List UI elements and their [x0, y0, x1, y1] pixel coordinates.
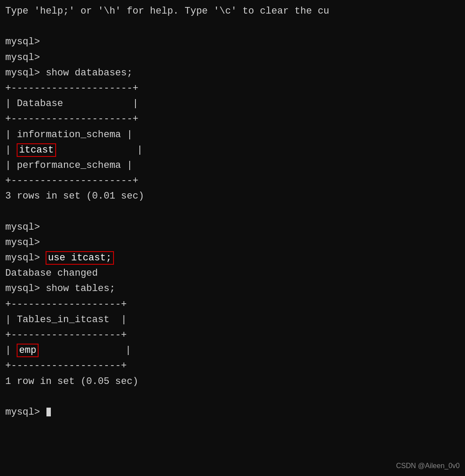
row-information-schema: | information_schema | — [5, 127, 460, 142]
table-border-top: +---------------------+ — [5, 81, 460, 96]
show-tables-cmd: mysql> show tables; — [5, 281, 460, 296]
mysql-prompt-final: mysql> — [5, 405, 460, 420]
blank-line-3 — [5, 389, 460, 405]
row-itcast: | itcast | — [5, 142, 460, 158]
table-header-border: +---------------------+ — [5, 111, 460, 127]
header-line: Type 'help;' or '\h' for help. Type '\c'… — [5, 4, 460, 19]
row-count: 1 row in set (0.05 sec) — [5, 374, 460, 389]
terminal-container: Type 'help;' or '\h' for help. Type '\c'… — [5, 4, 460, 420]
mysql-prompt-1: mysql> — [5, 34, 460, 50]
row-emp: | emp | — [5, 343, 460, 358]
tables-header: | Tables_in_itcast | — [5, 312, 460, 327]
tables-header-border: +-------------------+ — [5, 327, 460, 343]
use-itcast-cmd: mysql> use itcast; — [5, 250, 460, 266]
emp-highlight: emp — [17, 344, 39, 357]
mysql-prompt-3: mysql> — [5, 220, 460, 235]
rows-count: 3 rows in set (0.01 sec) — [5, 188, 460, 204]
blank-line-2 — [5, 204, 460, 219]
show-databases-cmd: mysql> show databases; — [5, 65, 460, 81]
database-changed: Database changed — [5, 266, 460, 281]
row-performance-schema: | performance_schema | — [5, 158, 460, 173]
use-itcast-highlight: use itcast; — [46, 251, 114, 265]
blank-line-1 — [5, 19, 460, 34]
table-header: | Database | — [5, 96, 460, 111]
mysql-prompt-4: mysql> — [5, 235, 460, 250]
table-border-bottom: +---------------------+ — [5, 173, 460, 188]
cursor — [46, 408, 51, 416]
watermark: CSDN @Aileen_0v0 — [396, 460, 460, 472]
mysql-prompt-2: mysql> — [5, 50, 460, 65]
tables-border-top: +-------------------+ — [5, 297, 460, 312]
itcast-highlight: itcast — [17, 143, 56, 157]
tables-border-bottom: +-------------------+ — [5, 358, 460, 373]
